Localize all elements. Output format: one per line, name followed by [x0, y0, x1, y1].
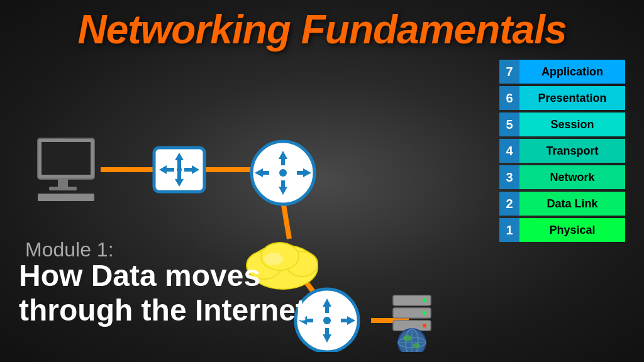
svg-rect-8	[49, 187, 77, 190]
osi-num-7: 7	[499, 60, 519, 84]
osi-num-5: 5	[499, 112, 519, 136]
osi-layer-1: 1 Physical	[499, 218, 625, 242]
svg-point-50	[423, 311, 426, 315]
svg-rect-24	[281, 180, 285, 187]
svg-rect-42	[307, 319, 313, 322]
osi-num-6: 6	[499, 86, 519, 110]
svg-rect-28	[297, 171, 303, 175]
osi-layer-2: 2 Data Link	[499, 192, 625, 216]
osi-label-7: Application	[519, 60, 625, 84]
svg-rect-14	[184, 168, 192, 172]
subtitle-line2: through the Internet	[19, 293, 306, 327]
osi-num-2: 2	[499, 192, 519, 216]
module-subtitle: How Data moves through the Internet	[19, 258, 306, 327]
osi-label-6: Presentation	[519, 86, 625, 110]
osi-num-4: 4	[499, 139, 519, 163]
svg-rect-38	[325, 307, 329, 313]
osi-table: 7 Application 6 Presentation 5 Session 4…	[499, 60, 625, 244]
svg-rect-22	[281, 159, 285, 165]
svg-rect-7	[58, 179, 68, 187]
svg-point-19	[177, 167, 182, 172]
osi-num-1: 1	[499, 218, 519, 242]
osi-label-3: Network	[519, 165, 625, 189]
svg-rect-6	[42, 142, 91, 175]
svg-point-58	[413, 343, 420, 348]
server-icon	[393, 295, 431, 352]
svg-rect-26	[263, 171, 269, 175]
osi-label-1: Physical	[519, 218, 625, 242]
page-title: Networking Fundamentals	[0, 6, 644, 53]
osi-label-2: Data Link	[519, 192, 625, 216]
svg-rect-16	[177, 160, 181, 168]
svg-rect-44	[341, 319, 347, 322]
osi-layer-3: 3 Network	[499, 165, 625, 189]
osi-layer-4: 4 Transport	[499, 139, 625, 163]
svg-point-29	[279, 169, 287, 177]
svg-rect-9	[38, 194, 94, 201]
svg-line-2	[283, 201, 289, 239]
osi-layer-6: 6 Presentation	[499, 86, 625, 110]
svg-point-49	[423, 299, 426, 302]
svg-point-45	[323, 317, 331, 324]
svg-point-51	[423, 324, 426, 327]
osi-layer-5: 5 Session	[499, 112, 625, 136]
computer-icon	[38, 138, 94, 201]
svg-point-57	[403, 335, 412, 341]
osi-label-5: Session	[519, 112, 625, 136]
osi-layer-7: 7 Application	[499, 60, 625, 84]
svg-rect-12	[167, 168, 174, 172]
osi-num-3: 3	[499, 165, 519, 189]
svg-rect-18	[177, 172, 181, 179]
subtitle-line1: How Data moves	[19, 259, 260, 292]
router1-icon	[252, 141, 314, 204]
switch-icon	[154, 148, 204, 192]
osi-label-4: Transport	[519, 139, 625, 163]
svg-rect-40	[325, 328, 329, 334]
